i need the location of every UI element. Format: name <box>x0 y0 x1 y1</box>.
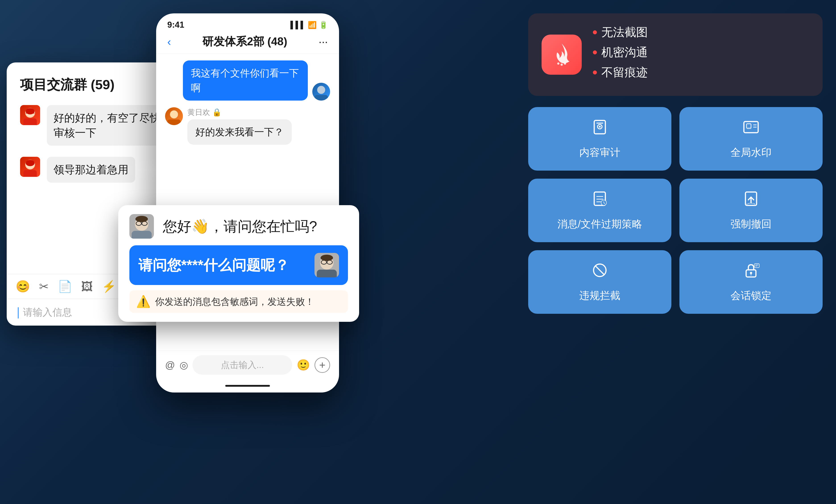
phone-panel: 9:41 ▌▌▌ 📶 🔋 ‹ 研发体系2部 (48) ··· 我这有个文件你们看… <box>156 13 339 392</box>
svg-point-8 <box>317 86 325 94</box>
right-panel: 无法截图 机密沟通 不留痕迹 内容审计 <box>528 13 823 314</box>
message-bubble: 我这有个文件你们看一下啊 <box>183 60 308 101</box>
status-bar: 9:41 ▌▌▌ 📶 🔋 <box>156 13 339 30</box>
message-left-container: 黄日欢 🔒 好的发来我看一下？ <box>187 107 292 145</box>
feature-recall-button[interactable]: 强制撤回 <box>679 179 823 242</box>
feature-label: 消息/文件过期策略 <box>557 217 642 231</box>
wifi-icon: 📶 <box>308 21 317 29</box>
cut-icon[interactable]: ✂ <box>39 280 49 293</box>
svg-point-7 <box>26 160 35 166</box>
message-bubble: 好的发来我看一下？ <box>187 119 292 145</box>
status-time: 9:41 <box>167 20 184 30</box>
feature-label: 全局水印 <box>730 146 772 159</box>
emoji-icon[interactable]: 😊 <box>16 280 30 293</box>
table-row: 好的好的，有空了尽快审核一下 <box>20 105 176 146</box>
signal-icon: ▌▌▌ <box>290 21 306 29</box>
bullet-icon <box>593 30 597 34</box>
features-grid: 内容审计 水印 全局水印 <box>528 107 823 314</box>
at-button[interactable]: @ <box>165 360 175 371</box>
sender-name: 黄日欢 🔒 <box>187 107 292 118</box>
feature-info-card: 无法截图 机密沟通 不留痕迹 <box>528 13 823 96</box>
feature-text: 无法截图 <box>601 24 648 40</box>
recall-icon <box>742 190 760 212</box>
file-icon[interactable]: 📄 <box>58 280 72 293</box>
phone-input-bar: @ ◎ 点击输入... 🙂 + <box>156 351 339 379</box>
table-row: 我这有个文件你们看一下啊 <box>165 60 330 101</box>
table-row: 黄日欢 🔒 好的发来我看一下？ <box>165 107 330 145</box>
list-item: 无法截图 <box>593 24 648 40</box>
expiry-icon <box>591 190 609 212</box>
avatar <box>312 83 330 101</box>
feature-label: 强制撤回 <box>730 217 772 231</box>
svg-point-10 <box>170 110 178 118</box>
app-icon <box>542 35 582 75</box>
svg-point-23 <box>321 255 333 261</box>
feature-expiry-button[interactable]: 消息/文件过期策略 <box>528 179 671 242</box>
svg-rect-9 <box>315 95 328 101</box>
lightning-icon[interactable]: ⚡ <box>102 280 116 293</box>
image-icon[interactable]: 🖼 <box>81 280 93 293</box>
list-item: 不留痕迹 <box>593 65 648 80</box>
svg-rect-50 <box>754 264 759 268</box>
battery-icon: 🔋 <box>319 21 328 29</box>
feature-label: 会话锁定 <box>730 289 772 303</box>
avatar <box>129 214 154 239</box>
feature-watermark-button[interactable]: 水印 全局水印 <box>679 107 823 171</box>
feature-list: 无法截图 机密沟通 不留痕迹 <box>593 24 648 85</box>
svg-rect-19 <box>317 270 337 277</box>
feature-label: 内容审计 <box>579 146 620 159</box>
feature-block-button[interactable]: 违规拦截 <box>528 250 671 314</box>
feature-text: 不留痕迹 <box>601 65 648 80</box>
svg-point-29 <box>599 126 601 128</box>
home-bar <box>156 379 339 392</box>
chat-header: ‹ 研发体系2部 (48) ··· <box>156 30 339 54</box>
avatar <box>20 157 40 177</box>
avatar <box>315 253 339 277</box>
svg-rect-1 <box>23 118 37 125</box>
svg-rect-13 <box>132 231 152 239</box>
message-bubble: 领导那边着急用 <box>47 157 135 182</box>
greeting-text: 您好👋，请问您在忙吗? <box>163 217 348 236</box>
feature-label: 违规拦截 <box>579 289 620 303</box>
censored-message: 请问您****什么问题呢？ <box>138 256 308 275</box>
home-indicator <box>225 385 270 387</box>
avatar <box>20 105 40 125</box>
table-row: 领导那边着急用 <box>20 157 176 182</box>
bullet-icon <box>593 51 597 54</box>
svg-point-25 <box>560 63 563 66</box>
svg-rect-11 <box>167 119 181 125</box>
censored-message-row: 请问您****什么问题呢？ <box>129 245 348 285</box>
feature-text: 机密沟通 <box>601 45 648 60</box>
greeting-row: 您好👋，请问您在忙吗? <box>129 214 348 239</box>
emoji-button[interactable]: 🙂 <box>297 359 310 371</box>
more-button[interactable]: ··· <box>319 35 328 48</box>
bullet-icon <box>593 71 597 75</box>
add-button[interactable]: + <box>315 357 330 373</box>
svg-point-48 <box>750 272 752 274</box>
input-placeholder: 请输入信息 <box>23 307 72 317</box>
watermark-icon: 水印 <box>742 118 760 140</box>
block-icon <box>591 261 609 284</box>
svg-point-17 <box>135 216 148 222</box>
back-button[interactable]: ‹ <box>167 35 171 48</box>
warning-row: ⚠️ 你发送的消息包含敏感词，发送失败！ <box>129 290 348 313</box>
audit-icon <box>591 118 609 140</box>
svg-line-46 <box>595 266 605 275</box>
chat-popup: 您好👋，请问您在忙吗? 请问您****什么问题呢？ ⚠️ 你发送的消息包含敏感词… <box>118 205 359 322</box>
svg-rect-5 <box>23 170 37 177</box>
voice-button[interactable]: ◎ <box>179 359 188 371</box>
status-icons: ▌▌▌ 📶 🔋 <box>290 21 328 29</box>
svg-point-26 <box>564 62 566 65</box>
list-item: 机密沟通 <box>593 45 648 60</box>
warning-icon: ⚠️ <box>136 295 151 308</box>
warning-text: 你发送的消息包含敏感词，发送失败！ <box>155 295 314 308</box>
avatar <box>165 107 183 125</box>
svg-text:水印: 水印 <box>747 127 752 130</box>
feature-content-audit-button[interactable]: 内容审计 <box>528 107 671 171</box>
lock-icon <box>742 261 760 284</box>
svg-point-24 <box>557 62 559 65</box>
chat-title: 研发体系2部 (48) <box>171 34 319 49</box>
feature-lock-button[interactable]: 会话锁定 <box>679 250 823 314</box>
message-input[interactable]: 点击输入... <box>192 355 292 375</box>
